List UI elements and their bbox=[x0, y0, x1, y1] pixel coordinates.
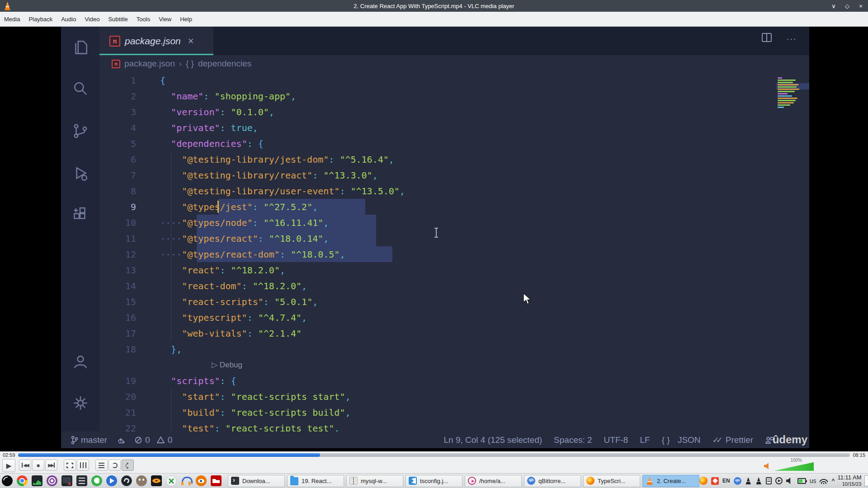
tray-expander-icon[interactable]: ^ bbox=[831, 478, 835, 484]
gimp-launcher-icon[interactable] bbox=[136, 475, 147, 486]
previous-button[interactable]: ◀◀ bbox=[19, 460, 31, 471]
obs-studio-launcher-icon[interactable] bbox=[121, 475, 132, 486]
qbittorrent-tray-icon[interactable] bbox=[734, 477, 741, 485]
volume-widget[interactable]: 100% bbox=[774, 459, 815, 473]
shuffle-button[interactable] bbox=[122, 460, 134, 471]
task-button-terminal[interactable]: Downloa... bbox=[228, 475, 285, 487]
breadcrumb-separator: › bbox=[179, 59, 182, 69]
window-title: 2. Create React App With TypeScript.mp4 … bbox=[0, 3, 868, 9]
clipboard-tray-icon[interactable] bbox=[766, 477, 772, 484]
keyboard-layout-en[interactable]: EN bbox=[722, 478, 730, 484]
minimap-line bbox=[778, 98, 797, 99]
code-line-21: 21 "build": "react-scripts build", bbox=[99, 404, 798, 420]
disc-player-launcher-icon[interactable] bbox=[2, 475, 13, 486]
vscode-icon bbox=[409, 477, 417, 485]
system-monitor-launcher-icon[interactable] bbox=[32, 475, 42, 486]
line-number: 10 bbox=[99, 217, 136, 228]
blender-launcher-icon[interactable] bbox=[196, 475, 207, 486]
menu-media[interactable]: Media bbox=[4, 16, 20, 23]
search-icon bbox=[72, 80, 89, 97]
audio-player-launcher-icon[interactable] bbox=[181, 475, 192, 486]
extended-settings-button[interactable] bbox=[77, 460, 89, 471]
task-button-firefox[interactable]: TypeScri... bbox=[583, 475, 640, 487]
close-button[interactable]: × bbox=[857, 3, 864, 9]
red-sync-tray-icon[interactable] bbox=[711, 477, 719, 485]
menu-video[interactable]: Video bbox=[85, 16, 99, 23]
keyboard-layout-us[interactable]: us bbox=[810, 477, 816, 484]
line-number: 11 bbox=[99, 233, 136, 244]
seek-slider[interactable] bbox=[18, 453, 850, 457]
editor-caret bbox=[217, 201, 219, 213]
codelens-row: ▷ Debug bbox=[99, 357, 798, 373]
cone-tray-icon[interactable] bbox=[755, 477, 762, 484]
menu-playback[interactable]: Playback bbox=[28, 16, 52, 23]
code-text: "@types/jest": "^27.5.2", bbox=[136, 202, 318, 212]
firefox-tray-icon[interactable] bbox=[699, 477, 708, 485]
task-label: 2. Create... bbox=[657, 478, 686, 484]
loop-button[interactable] bbox=[108, 460, 121, 471]
code-line-4: 4 "private": true, bbox=[99, 120, 798, 136]
task-button-qbittorrent[interactable]: qBittorre... bbox=[524, 475, 581, 487]
tor-browser-launcher-icon[interactable] bbox=[47, 475, 57, 486]
code-line-11: 11····"@types/react": "^18.0.14", bbox=[99, 230, 798, 246]
settings-gear-icon bbox=[72, 394, 89, 412]
code-text: "react-scripts": "5.0.1", bbox=[136, 296, 318, 307]
stop-button[interactable]: ■ bbox=[32, 460, 44, 471]
terminal-icon bbox=[231, 477, 239, 485]
settings-sliders-launcher-icon[interactable] bbox=[76, 475, 87, 486]
code-text: "private": true, bbox=[136, 122, 258, 133]
cone-tray-icon[interactable] bbox=[745, 477, 752, 484]
green-app-launcher-icon[interactable] bbox=[91, 475, 102, 486]
task-label: TypeScri... bbox=[598, 478, 625, 484]
filezilla-launcher-icon[interactable] bbox=[211, 475, 222, 486]
maximize-button[interactable]: ◇ bbox=[844, 3, 851, 9]
playlist-button[interactable] bbox=[95, 460, 108, 471]
system-tray: ENus^ bbox=[699, 477, 835, 485]
next-button[interactable]: ▶▶ bbox=[45, 460, 57, 471]
wifi-tray-icon[interactable] bbox=[820, 478, 828, 484]
play-button[interactable]: ▶ bbox=[2, 459, 15, 472]
minimap-line bbox=[778, 104, 790, 106]
taskbar-clock[interactable]: 11:11 AM 10/15/23 bbox=[837, 474, 861, 487]
code-line-9: 9 "@types/jest": "^27.5.2", bbox=[99, 199, 798, 215]
task-button-archive[interactable]: mysql-w... bbox=[346, 475, 403, 487]
video-display[interactable]: n package.json × ··· n package.json › bbox=[0, 27, 868, 451]
minimap bbox=[778, 77, 806, 109]
extensions-icon bbox=[72, 206, 89, 224]
line-number: 13 bbox=[99, 265, 136, 276]
task-button-vlc[interactable]: 2. Create... bbox=[642, 475, 699, 487]
archive-icon bbox=[349, 477, 358, 485]
show-desktop-button[interactable] bbox=[864, 475, 868, 486]
speaker-icon bbox=[764, 463, 771, 469]
fullscreen-button[interactable] bbox=[64, 460, 76, 471]
line-number: 18 bbox=[99, 344, 136, 355]
vlc-window: 2. Create React App With TypeScript.mp4 … bbox=[0, 0, 868, 488]
menu-tools[interactable]: Tools bbox=[137, 16, 150, 23]
minimize-button[interactable]: ∨ bbox=[830, 3, 837, 9]
line-number: 19 bbox=[99, 375, 136, 386]
code-line-12: 12····"@types/react-dom": "^18.0.5", bbox=[99, 246, 798, 262]
menu-audio[interactable]: Audio bbox=[61, 16, 76, 23]
line-number: 3 bbox=[99, 107, 136, 117]
chrome-launcher-icon[interactable] bbox=[17, 475, 28, 486]
code-text: "scripts": { bbox=[136, 375, 236, 386]
task-button-mpv[interactable]: /home/a... bbox=[465, 475, 522, 487]
code-text: "start": "react-scripts start", bbox=[136, 391, 350, 402]
menu-help[interactable]: Help bbox=[180, 16, 192, 23]
play-circle-tray-icon[interactable] bbox=[775, 477, 783, 484]
speaker-tray-icon[interactable] bbox=[786, 478, 794, 484]
battery-tray-icon[interactable] bbox=[797, 478, 806, 484]
volume-slider[interactable] bbox=[774, 462, 814, 471]
tigervnc-launcher-icon[interactable] bbox=[151, 475, 162, 486]
menu-subtitle[interactable]: Subtitle bbox=[108, 16, 127, 23]
task-button-folder[interactable]: 19. React... bbox=[287, 475, 344, 487]
minimap-line bbox=[778, 95, 792, 97]
task-button-vscode[interactable]: tsconfig.j... bbox=[406, 475, 462, 487]
code-line-1: 1{ bbox=[99, 72, 798, 88]
screen-capture-launcher-icon[interactable] bbox=[61, 475, 72, 486]
x-app-launcher-icon[interactable] bbox=[166, 475, 177, 486]
download-manager-launcher-icon[interactable] bbox=[106, 475, 117, 486]
line-number: 7 bbox=[99, 170, 136, 181]
menu-view[interactable]: View bbox=[159, 16, 171, 23]
language-mode-status: { } JSON bbox=[662, 435, 701, 445]
